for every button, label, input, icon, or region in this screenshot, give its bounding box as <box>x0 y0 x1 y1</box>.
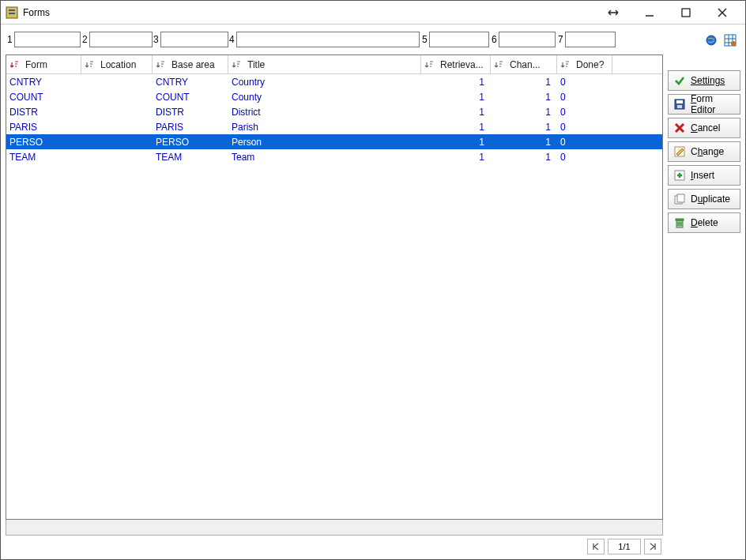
duplicate-button[interactable]: Duplicate <box>668 189 740 209</box>
svg-rect-2 <box>9 13 15 14</box>
filter-label-6: 6 <box>490 34 499 45</box>
cancel-icon <box>673 122 686 134</box>
horizontal-scrollbar[interactable] <box>6 520 663 536</box>
cell: County <box>228 92 421 103</box>
cell: 1 <box>491 77 557 88</box>
duplicate-icon <box>673 193 686 205</box>
svg-rect-1 <box>9 9 15 11</box>
filter-row: 1 2 3 4 5 6 7 <box>6 29 663 50</box>
cell: 0 <box>557 137 612 148</box>
col-retrieval[interactable]: Retrieva... <box>421 55 491 73</box>
filter-input-2[interactable] <box>89 32 153 47</box>
cell: COUNT <box>153 92 228 103</box>
table-row[interactable]: CNTRYCNTRYCountry110 <box>6 74 662 89</box>
table-body[interactable]: CNTRYCNTRYCountry110COUNTCOUNTCounty110D… <box>6 74 662 519</box>
cell: DISTR <box>6 107 81 118</box>
cancel-button-label: Cancel <box>691 122 735 133</box>
col-form[interactable]: Form <box>6 55 81 73</box>
sort-icon <box>156 59 167 70</box>
col-location[interactable]: Location <box>81 55 153 73</box>
col-form-label: Form <box>25 59 47 70</box>
close-button[interactable] <box>704 2 740 24</box>
change-button[interactable]: Change <box>668 141 740 162</box>
cell: 1 <box>421 152 491 163</box>
filter-input-6[interactable] <box>499 32 556 47</box>
table-row[interactable]: COUNTCOUNTCounty110 <box>6 89 662 104</box>
cell: TEAM <box>6 152 81 163</box>
col-changes[interactable]: Chan... <box>491 55 557 73</box>
cell: 1 <box>421 92 491 103</box>
sort-icon <box>85 59 96 70</box>
cell: Country <box>228 77 421 88</box>
col-title-label: Title <box>247 59 265 70</box>
cell: 1 <box>491 122 557 133</box>
cell: 0 <box>557 107 612 118</box>
cell: 1 <box>491 107 557 118</box>
pager-last-button[interactable] <box>644 539 661 554</box>
delete-icon <box>673 216 686 229</box>
minimize-button[interactable] <box>631 2 668 24</box>
svg-rect-22 <box>676 219 684 220</box>
filter-input-4[interactable] <box>236 32 420 47</box>
col-base-area[interactable]: Base area <box>153 55 228 73</box>
col-changes-label: Chan... <box>510 59 541 70</box>
form-editor-button[interactable]: Form Editor <box>668 94 740 115</box>
table-row[interactable]: PERSOPERSOPerson110 <box>6 134 662 149</box>
pager-page-display: 1/1 <box>608 539 641 554</box>
filter-label-4: 4 <box>228 34 236 45</box>
delete-button[interactable]: Delete <box>668 212 740 233</box>
svg-rect-20 <box>677 194 684 202</box>
form-editor-button-label: Form Editor <box>691 93 735 115</box>
cell: 1 <box>491 92 557 103</box>
sort-icon <box>494 59 505 70</box>
table-row[interactable]: PARISPARISParish110 <box>6 119 662 134</box>
duplicate-button-label: Duplicate <box>691 194 735 205</box>
cell: 1 <box>421 137 491 148</box>
svg-rect-15 <box>676 100 683 103</box>
insert-button-label: Insert <box>691 170 735 181</box>
cancel-button[interactable]: Cancel <box>668 118 740 138</box>
cell: 0 <box>557 77 612 88</box>
cell: 1 <box>421 77 491 88</box>
cell: DISTR <box>153 107 228 118</box>
filter-input-7[interactable] <box>565 32 616 47</box>
restore-width-icon[interactable] <box>595 2 631 24</box>
cell: District <box>228 107 421 118</box>
filter-input-3[interactable] <box>160 32 228 47</box>
svg-point-7 <box>706 36 716 45</box>
pager: 1/1 <box>6 536 663 554</box>
maximize-button[interactable] <box>668 2 704 24</box>
globe-refresh-icon[interactable] <box>704 33 718 47</box>
cell: 1 <box>421 107 491 118</box>
filter-input-5[interactable] <box>429 32 489 47</box>
col-location-label: Location <box>100 59 136 70</box>
col-title[interactable]: Title <box>228 55 421 73</box>
col-base-area-label: Base area <box>171 59 215 70</box>
table-row[interactable]: TEAMTEAMTeam110 <box>6 149 662 164</box>
forms-table: Form Location Base area Title Retrieva..… <box>6 54 663 520</box>
svg-point-13 <box>731 41 736 46</box>
sort-icon <box>424 59 435 70</box>
svg-rect-16 <box>677 105 682 108</box>
cell: CNTRY <box>153 77 228 88</box>
settings-button-label: Settings <box>691 75 735 86</box>
change-button-label: Change <box>691 146 735 157</box>
cell: PARIS <box>153 122 228 133</box>
grid-config-icon[interactable] <box>723 33 737 47</box>
pager-first-button[interactable] <box>587 539 605 554</box>
insert-button[interactable]: Insert <box>668 165 740 186</box>
filter-label-3: 3 <box>152 34 160 45</box>
filter-label-5: 5 <box>420 34 429 45</box>
delete-button-label: Delete <box>691 217 735 228</box>
filter-input-1[interactable] <box>14 32 81 47</box>
sort-icon <box>9 59 21 70</box>
cell: 1 <box>421 122 491 133</box>
table-header: Form Location Base area Title Retrieva..… <box>6 55 662 74</box>
settings-button[interactable]: Settings <box>668 70 740 91</box>
insert-icon <box>673 169 686 182</box>
cell: Person <box>228 137 421 148</box>
col-done[interactable]: Done? <box>557 55 612 73</box>
table-row[interactable]: DISTRDISTRDistrict110 <box>6 104 662 119</box>
titlebar: Forms <box>1 1 745 24</box>
cell: COUNT <box>6 92 81 103</box>
